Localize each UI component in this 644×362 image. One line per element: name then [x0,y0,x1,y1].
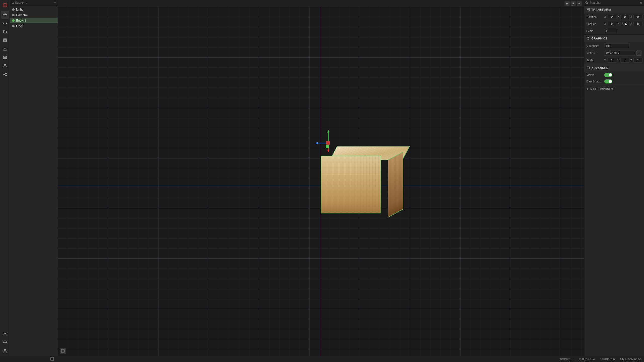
sidebar-item-entity3[interactable]: Entity 3 [10,18,58,23]
graphics-scale-x-input[interactable] [607,58,616,63]
advanced-section-header[interactable]: ADVANCED [584,64,644,72]
svg-point-17 [4,349,6,351]
status-bar: BODIES: 1 ENTITIES: 4 SPEED: 0.0 TIME: 0… [0,356,644,362]
position-y-input[interactable] [620,22,629,26]
list-tool-button[interactable] [1,53,9,61]
position-z-group: Z [630,22,642,26]
viewport-mode-icon[interactable] [60,348,66,354]
advanced-section-label: ADVANCED [591,66,609,69]
material-add-button[interactable]: + [636,51,641,56]
position-z-input[interactable] [633,22,642,26]
settings-gear-icon[interactable] [54,1,56,4]
history-button[interactable]: ⟳ [577,1,582,6]
svg-point-16 [5,342,6,343]
cast-shadow-label: Cast Shad... [586,80,603,83]
scene-sidebar: Light Camera Entity 3 Floor [10,0,58,356]
svg-point-18 [12,2,13,3]
visible-row: Visible [584,72,644,78]
move-tool-button[interactable] [1,11,9,19]
scale-single-input[interactable] [604,29,617,33]
geometry-input[interactable] [604,43,629,48]
icon-bar [0,0,10,356]
svg-rect-5 [5,56,7,57]
entity3-dot-icon [12,19,15,22]
pause-button[interactable]: ⏸ [571,1,576,6]
add-component-row[interactable]: + ADD COMPONENT [584,85,644,93]
position-y-axis: Y [617,23,620,25]
transform-section-header[interactable]: TRANSFORM [584,6,644,13]
material-value[interactable]: White Oak [604,51,635,56]
entities-label: ENTITIES: [579,358,592,361]
visible-toggle[interactable] [604,73,612,77]
viewport-mode-btn[interactable] [50,357,54,361]
import-tool-button[interactable] [1,45,9,53]
graphics-scale-y-input[interactable] [620,58,629,63]
bodies-label: BODIES: [560,358,571,361]
graphics-scale-z-group: Z [630,58,642,63]
rotation-z-group: Z [630,15,642,19]
sidebar-search-bar [10,0,58,6]
graphics-section: GRAPHICS Geometry Material White Oak + S… [584,35,644,64]
entities-status: ENTITIES: 4 [579,358,595,361]
layers-tool-button[interactable] [1,36,9,44]
position-z-axis: Z [630,23,633,25]
position-x-input[interactable] [607,22,616,26]
svg-point-9 [4,74,5,75]
scale-single-row: Scale [584,27,644,34]
graphics-section-icon [586,37,590,40]
viewport[interactable]: ▶ ⏸ ⟳ [58,0,584,356]
folder-tool-button[interactable] [1,28,9,36]
svg-rect-7 [5,58,7,59]
svg-line-35 [587,3,588,4]
sidebar-item-camera-label: Camera [16,13,27,17]
light-dot-icon [12,8,15,11]
rotation-y-axis: Y [617,16,620,18]
geometry-label: Geometry [586,44,603,47]
person-tool-button[interactable] [1,62,9,70]
sidebar-item-entity3-label: Entity 3 [16,19,26,22]
graphics-section-label: GRAPHICS [591,37,608,40]
graphics-scale-z-input[interactable] [633,58,642,63]
rotation-label: Rotation [586,15,603,18]
time-value: 00M:00.0S [628,358,641,361]
sidebar-item-floor[interactable]: Floor [10,23,58,29]
scale-single-label: Scale [586,29,603,32]
add-component-label: ADD COMPONENT [590,87,615,90]
sidebar-item-light[interactable]: Light [10,7,58,12]
rotation-x-group: X [604,15,616,19]
node-tool-button[interactable] [1,70,9,78]
sidebar-search-input[interactable] [15,1,53,5]
svg-line-13 [5,75,6,75]
position-x-group: X [604,22,616,26]
svg-point-11 [6,75,7,76]
right-panel-close-icon[interactable] [639,1,642,4]
svg-rect-2 [4,40,7,41]
material-label: Material [586,52,603,55]
right-panel: TRANSFORM Rotation X Y Z [584,0,644,356]
floor-dot-icon [12,25,15,27]
svg-rect-0 [4,31,7,33]
rotation-y-input[interactable] [620,15,629,19]
settings-button[interactable] [1,330,9,338]
transform-section-label: TRANSFORM [591,8,611,11]
svg-rect-30 [326,145,329,148]
rotation-x-input[interactable] [607,15,616,19]
rotation-y-group: Y [617,15,629,19]
user-button[interactable] [1,347,9,355]
speed-status: SPEED: 0.0 [600,358,615,361]
sidebar-item-camera[interactable]: Camera [10,12,58,18]
advanced-section: ADVANCED Visible Cast Shad... [584,64,644,85]
svg-marker-26 [315,142,318,144]
box-right-face [388,152,403,217]
svg-marker-24 [327,130,329,132]
play-button[interactable]: ▶ [565,1,570,6]
tag-button[interactable] [1,338,9,346]
svg-line-19 [13,3,14,4]
graphics-section-header[interactable]: GRAPHICS [584,35,644,42]
code-tool-button[interactable] [1,19,9,27]
scene-tree: Light Camera Entity 3 Floor [10,6,58,356]
right-panel-search-input[interactable] [589,1,638,5]
rotation-z-input[interactable] [633,15,642,19]
cast-shadow-toggle[interactable] [604,79,612,83]
advanced-section-icon [586,66,590,70]
